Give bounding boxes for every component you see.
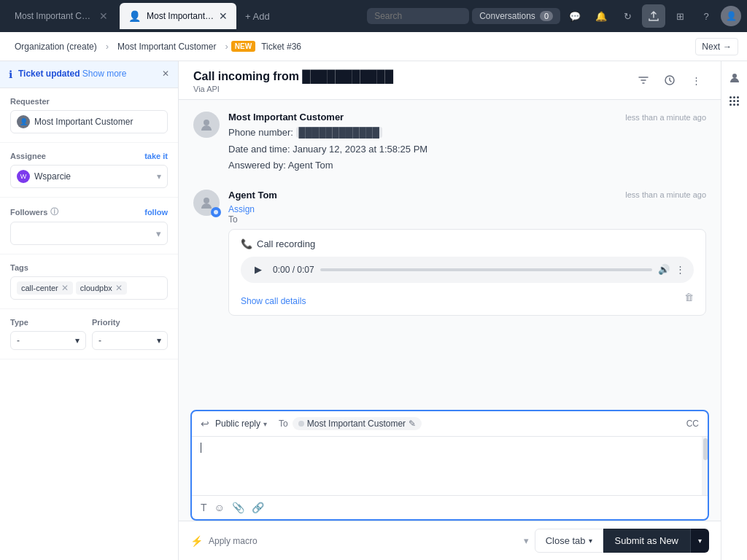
reply-to-label: To <box>279 419 288 429</box>
assignee-label: Assignee <box>10 152 46 160</box>
messages-area: Most Important Customer less than a minu… <box>179 100 721 404</box>
right-panel-grid[interactable] <box>724 90 745 111</box>
breadcrumb-org[interactable]: Organization (create) <box>9 39 103 55</box>
format-emoji-icon[interactable]: ☺ <box>214 502 225 513</box>
type-select[interactable]: - ▾ <box>10 331 86 350</box>
user-avatar[interactable]: 👤 <box>721 6 741 26</box>
reply-toolbar: ↩ Public reply ▾ To Most Important Custo… <box>192 411 708 437</box>
delete-recording-icon[interactable]: 🗑 <box>684 292 694 303</box>
show-more-link[interactable]: Show more <box>82 69 127 79</box>
tab-1[interactable]: Most Important Custo... ✕ <box>6 3 117 29</box>
tags-container[interactable]: call-center ✕ cloudpbx ✕ <box>10 276 168 300</box>
submit-dropdown-button[interactable]: ▾ <box>690 529 709 553</box>
next-button[interactable]: Next → <box>695 38 738 55</box>
requester-field[interactable]: 👤 Most Important Customer <box>10 110 168 133</box>
followers-info-icon: ⓘ <box>50 206 58 217</box>
audio-more-icon[interactable]: ⋮ <box>676 264 685 275</box>
assignee-section: Assignee take it W Wsparcie ▾ <box>0 143 178 198</box>
close-tab-label: Close tab <box>546 535 586 546</box>
conversations-label: Conversations <box>479 11 535 21</box>
reply-scrollbar[interactable] <box>702 437 708 495</box>
tag-cloudpbx-remove[interactable]: ✕ <box>115 283 123 293</box>
assign-link[interactable]: Assign <box>228 204 255 214</box>
tag-cloudpbx-label: cloudpbx <box>80 284 112 292</box>
grid-icon[interactable]: ⊞ <box>668 4 692 28</box>
reply-type-button[interactable]: Public reply ▾ <box>215 419 267 429</box>
apply-macro-label[interactable]: Apply macro <box>209 536 518 546</box>
submit-label: Submit as New <box>615 535 678 546</box>
followers-field[interactable]: ▾ <box>10 222 168 245</box>
type-priority-section: Type - ▾ Priority - ▾ <box>0 309 178 359</box>
message-2-to: To <box>228 214 706 225</box>
followers-section: Followers ⓘ follow ▾ <box>0 198 178 254</box>
reply-content-area[interactable] <box>192 437 708 495</box>
breadcrumb-customer[interactable]: Most Important Customer <box>112 39 222 55</box>
priority-label: Priority <box>92 318 120 327</box>
requester-avatar: 👤 <box>17 115 30 128</box>
conversations-button[interactable]: Conversations 0 <box>472 8 560 24</box>
follow-link[interactable]: follow <box>144 208 168 217</box>
search-input[interactable] <box>367 8 469 24</box>
macro-chevron-icon[interactable]: ▾ <box>524 535 529 546</box>
bell-icon[interactable]: 🔔 <box>589 4 613 28</box>
conversations-badge: 0 <box>540 11 553 21</box>
tab-2-close[interactable]: ✕ <box>219 10 228 22</box>
cc-button[interactable]: CC <box>686 419 699 429</box>
submit-button[interactable]: Submit as New <box>603 529 690 553</box>
message-1-author: Most Important Customer <box>228 112 344 122</box>
right-panel-avatar[interactable] <box>724 67 745 88</box>
add-tab-button[interactable]: + Add <box>239 11 276 22</box>
take-it-link[interactable]: take it <box>144 152 168 160</box>
tab-2[interactable]: 👤 Most Important Custo... #36 ✕ <box>120 3 236 29</box>
tags-section: Tags call-center ✕ cloudpbx ✕ <box>0 254 178 309</box>
message-1-avatar <box>193 112 220 138</box>
edit-recipient-icon[interactable]: ✎ <box>409 419 416 429</box>
alert-close-button[interactable]: ✕ <box>162 69 169 79</box>
message-2-author: Agent Tom <box>228 190 277 201</box>
upload-icon[interactable] <box>642 4 665 28</box>
tags-label: Tags <box>10 263 28 272</box>
message-2: Agent Tom less than a minute ago Assign … <box>193 190 706 316</box>
audio-progress-bar[interactable] <box>320 268 652 271</box>
macro-lightning-icon: ⚡ <box>190 535 203 547</box>
priority-select[interactable]: - ▾ <box>92 331 168 350</box>
close-tab-button[interactable]: Close tab ▾ <box>535 529 603 553</box>
content-area: Call incoming from ███████████ Via API ⋮ <box>179 61 721 560</box>
tab-2-icon: 👤 <box>128 10 141 22</box>
svg-point-1 <box>204 120 209 125</box>
requester-value: Most Important Customer <box>34 117 133 127</box>
message-2-avatar <box>193 190 220 216</box>
play-button[interactable]: ▶ <box>249 261 267 279</box>
breadcrumb-ticket: Ticket #36 <box>261 42 301 52</box>
more-icon[interactable]: ⋮ <box>686 70 706 90</box>
svg-point-2 <box>204 198 209 203</box>
message-1-content: Most Important Customer less than a minu… <box>228 112 706 175</box>
tag-call-center-remove[interactable]: ✕ <box>61 283 69 293</box>
message-1: Most Important Customer less than a minu… <box>193 112 706 175</box>
chat-icon[interactable]: 💬 <box>563 4 587 28</box>
ticket-via: Via API <box>193 85 393 93</box>
assignee-dropdown[interactable]: W Wsparcie ▾ <box>10 165 168 188</box>
reply-recipient: Most Important Customer ✎ <box>293 417 422 430</box>
format-attachment-icon[interactable]: 📎 <box>232 502 244 513</box>
next-label: Next <box>702 42 720 52</box>
show-call-details-link[interactable]: Show call details <box>241 296 306 306</box>
history-icon[interactable] <box>659 70 680 90</box>
filter-icon[interactable] <box>633 70 654 90</box>
reply-box: ↩ Public reply ▾ To Most Important Custo… <box>190 410 709 521</box>
reply-to-section: To Most Important Customer ✎ <box>279 417 422 430</box>
breadcrumb: Organization (create) › Most Important C… <box>0 32 747 61</box>
format-link-icon[interactable]: 🔗 <box>252 502 264 513</box>
message-1-time: less than a minute ago <box>625 113 706 122</box>
volume-icon[interactable]: 🔊 <box>658 264 670 275</box>
tab-1-close[interactable]: ✕ <box>99 10 108 22</box>
refresh-icon[interactable]: ↻ <box>616 4 639 28</box>
format-text-icon[interactable]: T <box>201 502 207 513</box>
priority-chevron-icon: ▾ <box>157 335 161 346</box>
msg-line-1: Phone number: ████████████ <box>228 125 706 140</box>
ticket-header: Call incoming from ███████████ Via API ⋮ <box>179 61 721 100</box>
reply-type-label: Public reply <box>215 419 260 429</box>
help-icon[interactable]: ? <box>694 4 718 28</box>
call-recording-box: 📞 Call recording ▶ 0:00 / 0:07 🔊 ⋮ <box>228 229 706 316</box>
svg-point-4 <box>732 74 737 78</box>
